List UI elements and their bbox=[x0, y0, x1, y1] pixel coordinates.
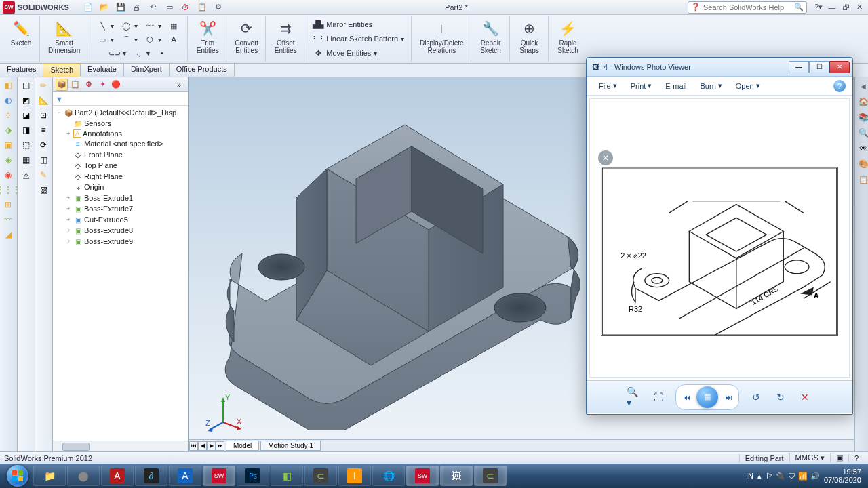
lt2-icon-6[interactable]: ▦ bbox=[19, 153, 33, 167]
expander-icon[interactable]: − bbox=[56, 109, 62, 116]
quick-snaps-button[interactable]: ⊕ Quick Snaps bbox=[515, 18, 544, 56]
text-tool[interactable]: A bbox=[165, 33, 182, 46]
property-tab[interactable]: 📋 bbox=[69, 79, 81, 91]
convert-entities-button[interactable]: ⟳ Convert Entities bbox=[232, 18, 261, 56]
task-pane-icon-6[interactable]: 🎨 bbox=[856, 157, 868, 171]
lt3-icon-4[interactable]: ≡ bbox=[37, 123, 50, 137]
pv-help-button[interactable]: ? bbox=[833, 80, 846, 92]
settings-button[interactable]: ⚙ bbox=[212, 1, 225, 14]
tab-motion-study[interactable]: Motion Study 1 bbox=[260, 441, 321, 451]
tree-item-material[interactable]: ≡ Material <not specified> bbox=[53, 138, 188, 149]
tab-nav-first[interactable]: ⏮ bbox=[189, 441, 198, 451]
task-pane-icon-2[interactable]: 🏠 bbox=[856, 95, 868, 108]
feature-tree[interactable]: − 📦 Part2 (Default<<Default>_Disp 📁 Sens… bbox=[53, 106, 188, 441]
taskbar-chrome[interactable]: 🌐 bbox=[372, 466, 405, 486]
task-pane-icon-4[interactable]: 🔍 bbox=[856, 126, 868, 140]
config-tab[interactable]: ⚙ bbox=[83, 79, 95, 91]
tray-lang[interactable]: IN bbox=[746, 472, 753, 480]
rectangle-tool[interactable]: ▭▾ bbox=[94, 33, 117, 46]
tree-item-front-plane[interactable]: ◇ Front Plane bbox=[53, 149, 188, 160]
feature-tree-tab[interactable]: 📦 bbox=[56, 79, 68, 91]
task-pane-icon-3[interactable]: 📚 bbox=[856, 110, 868, 124]
expander-icon[interactable]: + bbox=[65, 216, 72, 223]
taskbar-app-5[interactable]: A bbox=[169, 466, 201, 486]
taskbar-app-2[interactable]: ⬤ bbox=[67, 466, 100, 486]
expander-icon[interactable]: + bbox=[65, 227, 72, 234]
taskbar-inventor[interactable]: I bbox=[338, 466, 371, 486]
linear-pattern-button[interactable]: ⋮⋮Linear Sketch Pattern▾ bbox=[310, 32, 407, 45]
appearance-tab[interactable]: 🔴 bbox=[110, 79, 122, 91]
status-units[interactable]: MMGS ▾ bbox=[789, 453, 830, 462]
lt2-icon-7[interactable]: ◬ bbox=[19, 168, 33, 182]
speaker-icon[interactable]: 🔊 bbox=[810, 472, 820, 481]
new-file-button[interactable]: 📄 bbox=[81, 1, 95, 14]
tab-nav-next[interactable]: ▶ bbox=[207, 441, 216, 451]
offset-entities-button[interactable]: ⇉ Offset Entities bbox=[271, 18, 300, 56]
restore-button[interactable]: 🗗 bbox=[840, 2, 852, 13]
task-pane-icon-5[interactable]: 👁 bbox=[856, 142, 868, 155]
taskbar-autocad[interactable]: A bbox=[101, 466, 134, 486]
spline-tool[interactable]: 〰▾ bbox=[142, 19, 164, 33]
tab-dimxpert[interactable]: DimXpert bbox=[124, 64, 170, 77]
pv-menu-file[interactable]: File ▾ bbox=[593, 79, 623, 92]
print-button[interactable]: 🖨 bbox=[130, 1, 144, 14]
pv-zoom-button[interactable]: 🔍▾ bbox=[627, 390, 642, 405]
tab-sketch[interactable]: Sketch bbox=[43, 64, 81, 77]
pv-prev-button[interactable]: ⏮ bbox=[677, 390, 695, 405]
move-entities-button[interactable]: ✥Move Entities▾ bbox=[310, 46, 407, 60]
tree-item-annotations[interactable]: + A Annotations bbox=[53, 129, 188, 138]
sketch-button[interactable]: ✏️ Sketch bbox=[7, 18, 35, 48]
taskbar-solidworks-2[interactable]: SW bbox=[406, 466, 439, 486]
task-pane-icon-1[interactable]: ◀ bbox=[856, 79, 868, 93]
tab-office-products[interactable]: Office Products bbox=[170, 64, 235, 77]
lt2-icon-4[interactable]: ◨ bbox=[19, 123, 33, 137]
line-tool[interactable]: ╲▾ bbox=[94, 19, 117, 33]
tab-features[interactable]: Features bbox=[0, 64, 43, 77]
pv-menu-email[interactable]: E-mail bbox=[660, 80, 692, 92]
lt3-icon-8[interactable]: ▨ bbox=[37, 183, 50, 197]
expander-icon[interactable]: + bbox=[65, 130, 72, 137]
expander-icon[interactable]: + bbox=[65, 205, 72, 212]
tree-item-boss-extrude1[interactable]: + ▣ Boss-Extrude1 bbox=[53, 192, 188, 203]
tree-item-origin[interactable]: ↳ Origin bbox=[53, 182, 188, 192]
lt2-icon-1[interactable]: ◫ bbox=[19, 79, 33, 92]
fillet-tool[interactable]: ◟▾ bbox=[130, 46, 153, 60]
help-search[interactable]: ❓ 🔍 bbox=[688, 1, 807, 14]
taskbar-camtasia-2[interactable]: ⊂ bbox=[474, 466, 507, 486]
feature-icon-11[interactable]: ◢ bbox=[1, 228, 15, 241]
display-tab[interactable]: ✦ bbox=[96, 79, 108, 91]
lt3-icon-7[interactable]: ✎ bbox=[37, 168, 50, 182]
tab-nav-prev[interactable]: ◀ bbox=[198, 441, 207, 451]
tree-item-sensors[interactable]: 📁 Sensors bbox=[53, 118, 188, 129]
display-delete-relations-button[interactable]: ⟂ Display/Delete Relations bbox=[417, 18, 466, 56]
tree-item-cut-extrude5[interactable]: + ▣ Cut-Extrude5 bbox=[53, 214, 188, 225]
loft-icon[interactable]: ⬗ bbox=[1, 123, 15, 137]
start-button[interactable] bbox=[3, 464, 33, 488]
point-tool[interactable]: • bbox=[154, 46, 170, 60]
show-hidden-icons[interactable]: ▴ bbox=[757, 472, 762, 481]
save-button[interactable]: 💾 bbox=[114, 1, 127, 14]
status-icon[interactable]: ▣ bbox=[830, 453, 848, 462]
taskbar-clock[interactable]: 19:57 07/08/2020 bbox=[824, 468, 861, 484]
pv-minimize-button[interactable]: — bbox=[789, 61, 809, 73]
open-file-button[interactable]: 📂 bbox=[98, 1, 111, 14]
tree-item-boss-extrude7[interactable]: + ▣ Boss-Extrude7 bbox=[53, 203, 188, 214]
filter-icon[interactable]: ▼ bbox=[56, 95, 63, 103]
safe-remove-icon[interactable]: 🔌 bbox=[776, 472, 785, 481]
taskbar-ds[interactable]: ∂ bbox=[135, 466, 167, 486]
model-view[interactable] bbox=[201, 77, 588, 430]
feature-icon-9[interactable]: ⊞ bbox=[1, 198, 15, 211]
mirror-entities-button[interactable]: ▟▙Mirror Entities bbox=[310, 18, 407, 31]
help-search-input[interactable] bbox=[703, 3, 791, 12]
lt2-icon-5[interactable]: ⬚ bbox=[19, 138, 33, 152]
flag-icon[interactable]: 🏳 bbox=[766, 472, 773, 481]
sweep-icon[interactable]: ◊ bbox=[1, 108, 15, 122]
lt3-icon-2[interactable]: 📐 bbox=[37, 94, 50, 107]
lt2-icon-2[interactable]: ◩ bbox=[19, 94, 33, 107]
pv-maximize-button[interactable]: ☐ bbox=[809, 61, 829, 73]
trim-entities-button[interactable]: ✂️ Trim Entities bbox=[193, 18, 222, 56]
taskbar-explorer[interactable]: 📁 bbox=[33, 466, 66, 486]
feature-icon-7[interactable]: ◉ bbox=[1, 168, 15, 182]
taskbar-camtasia[interactable]: ⊂ bbox=[304, 466, 337, 486]
scrollbar-thumb[interactable] bbox=[62, 443, 90, 451]
